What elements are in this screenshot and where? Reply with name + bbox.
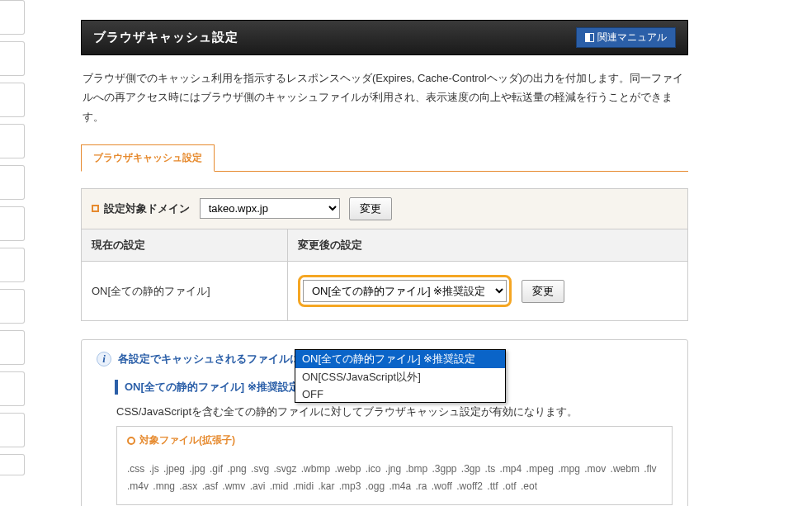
domain-settings-table: 設定対象ドメイン takeo.wpx.jp 変更 現在の設定 変更後の設定 ON… <box>81 188 688 321</box>
sidebar-item[interactable] <box>0 41 25 76</box>
left-sidebar-fragment <box>0 0 25 506</box>
cache-mode-dropdown-popup[interactable]: ON[全ての静的ファイル] ※推奨設定 ON[CSS/JavaScript以外]… <box>295 349 506 403</box>
target-file-title: 対象ファイル(拡張子) <box>139 433 235 447</box>
domain-change-button[interactable]: 変更 <box>349 197 392 220</box>
sidebar-item[interactable] <box>0 0 25 35</box>
target-file-box: 対象ファイル(拡張子) .css .js .jpeg .jpg .gif .pn… <box>116 426 673 505</box>
manual-label: 関連マニュアル <box>597 31 667 45</box>
domain-label: 設定対象ドメイン <box>92 201 190 216</box>
domain-row: 設定対象ドメイン takeo.wpx.jp 変更 <box>82 189 688 229</box>
sidebar-item[interactable] <box>0 413 25 447</box>
new-setting-cell: ON[全ての静的ファイル] ※推奨設定 変更 <box>287 262 687 321</box>
domain-label-text: 設定対象ドメイン <box>104 201 190 216</box>
sub-text-all-static: CSS/JavaScriptを含む全ての静的ファイルに対してブラウザキャッシュ設… <box>116 403 673 421</box>
col-new-setting: 変更後の設定 <box>287 229 687 262</box>
current-setting-value: ON[全ての静的ファイル] <box>82 262 288 321</box>
page-title: ブラウザキャッシュ設定 <box>93 30 238 45</box>
related-manual-button[interactable]: 関連マニュアル <box>576 27 676 48</box>
square-marker-icon <box>92 205 99 212</box>
sidebar-item[interactable] <box>0 206 25 241</box>
ring-icon <box>127 437 135 445</box>
dropdown-option-all-static[interactable]: ON[全ての静的ファイル] ※推奨設定 <box>295 350 505 368</box>
dropdown-option-off[interactable]: OFF <box>295 386 505 402</box>
tab-browser-cache[interactable]: ブラウザキャッシュ設定 <box>81 144 215 172</box>
domain-select[interactable]: takeo.wpx.jp <box>200 198 340 219</box>
sidebar-item[interactable] <box>0 83 25 117</box>
sidebar-item[interactable] <box>0 248 25 282</box>
sidebar-item[interactable] <box>0 330 25 365</box>
tabs: ブラウザキャッシュ設定 <box>81 144 688 172</box>
dropdown-option-except-css-js[interactable]: ON[CSS/JavaScript以外] <box>295 368 505 386</box>
info-icon: i <box>97 352 111 366</box>
sidebar-item[interactable] <box>0 124 25 158</box>
target-file-header: 対象ファイル(拡張子) <box>117 427 672 454</box>
page-description: ブラウザ側でのキャッシュ利用を指示するレスポンスヘッダ(Expires, Cac… <box>81 55 688 140</box>
sidebar-item[interactable] <box>0 454 25 475</box>
cache-select-highlight: ON[全ての静的ファイル] ※推奨設定 <box>298 275 512 307</box>
sidebar-item[interactable] <box>0 371 25 406</box>
col-current-setting: 現在の設定 <box>82 229 288 262</box>
manual-icon <box>585 33 594 42</box>
sidebar-item[interactable] <box>0 289 25 324</box>
setting-change-button[interactable]: 変更 <box>522 280 564 303</box>
cache-mode-select[interactable]: ON[全ての静的ファイル] ※推奨設定 <box>303 280 507 302</box>
target-file-list: .css .js .jpeg .jpg .gif .png .svg .svgz… <box>117 454 672 504</box>
sidebar-item[interactable] <box>0 165 25 200</box>
page-header: ブラウザキャッシュ設定 関連マニュアル <box>81 20 688 55</box>
